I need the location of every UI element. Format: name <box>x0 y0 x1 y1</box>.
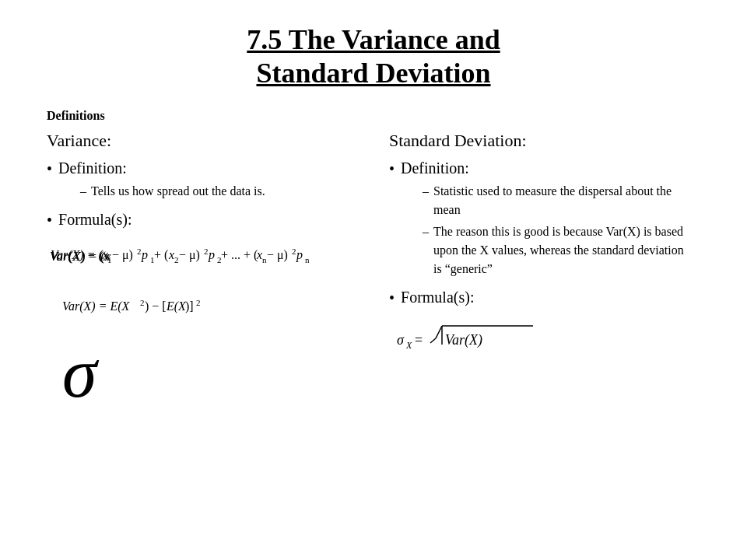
std-formula-bullet: • Formula(s): <box>389 286 685 309</box>
variance-definition-label: Definition: <box>58 159 127 177</box>
std-def-sub2: – The reason this is good is because Var… <box>423 222 685 278</box>
sigma-symbol-area: σ <box>47 338 374 408</box>
std-deviation-header: Standard Deviation: <box>389 131 685 151</box>
variance-def-sub1-text: Tells us how spread out the data is. <box>91 182 265 201</box>
title-line2: Standard Deviation <box>256 58 490 89</box>
svg-text:=: = <box>415 332 423 348</box>
svg-text:x: x <box>256 248 262 261</box>
variance-formula-bullet: • Formula(s): <box>47 208 374 231</box>
svg-text:)]: )] <box>185 299 194 313</box>
bullet-dot-1: • <box>47 158 52 180</box>
std-formula-svg: σ X = Var(X) <box>389 315 607 362</box>
svg-text:+ (: + ( <box>154 248 168 262</box>
sub-dash-1: – <box>80 182 86 201</box>
svg-text:− μ): − μ) <box>179 248 200 262</box>
variance-formula2-area: Var(X) = E(X 2 ) − [ E(X )] 2 <box>47 287 374 331</box>
std-definition-bullet: • Definition: – Statistic used to measur… <box>389 157 685 282</box>
svg-text:x: x <box>168 248 174 261</box>
variance-header: Variance: <box>47 131 374 151</box>
std-formula-label: Formula(s): <box>401 286 474 308</box>
svg-text:σ: σ <box>397 332 405 348</box>
svg-text:n: n <box>305 255 310 264</box>
std-def-sub2-text: The reason this is good is because Var(X… <box>433 222 685 278</box>
variance-formula2-svg: Var(X) = E(X 2 ) − [ E(X )] 2 <box>47 287 296 327</box>
svg-text:1: 1 <box>107 255 112 264</box>
title-line1: 7.5 The Variance and <box>247 24 500 55</box>
std-definition-subs: – Statistic used to measure the dispersa… <box>423 182 685 278</box>
bullet-dot-3: • <box>389 158 395 180</box>
variance-column: Variance: • Definition: – Tells us how s… <box>47 131 389 544</box>
variance-formula1-svg: Var(X) = (x Var(X) = (x Var(X) = (x 1 − … <box>47 237 374 278</box>
svg-text:Var(X) = (x: Var(X) = (x <box>51 248 108 262</box>
sub-dash-3: – <box>423 222 429 241</box>
sigma-symbol: σ <box>62 338 374 408</box>
svg-line-33 <box>430 338 436 343</box>
definitions-label: Definitions <box>47 109 700 123</box>
svg-text:) − [: ) − [ <box>145 299 167 313</box>
page-title: 7.5 The Variance and Standard Deviation <box>47 23 700 90</box>
svg-text:2: 2 <box>204 247 209 256</box>
std-formula-area: σ X = Var(X) <box>389 315 685 365</box>
sub-dash-2: – <box>423 182 429 201</box>
bullet-dot-2: • <box>47 209 52 231</box>
std-definition-label: Definition: <box>401 159 469 177</box>
svg-text:2: 2 <box>137 247 142 256</box>
svg-text:p: p <box>296 248 303 262</box>
std-def-sub1: – Statistic used to measure the dispersa… <box>423 182 685 219</box>
bullet-dot-4: • <box>389 287 395 309</box>
std-def-sub1-text: Statistic used to measure the dispersal … <box>433 182 685 219</box>
svg-text:2: 2 <box>196 298 201 307</box>
variance-formula-label: Formula(s): <box>58 208 132 230</box>
svg-text:2: 2 <box>292 247 296 256</box>
svg-text:X: X <box>405 340 412 351</box>
variance-def-sub1: – Tells us how spread out the data is. <box>80 182 265 201</box>
svg-text:2: 2 <box>140 298 145 307</box>
svg-text:p: p <box>208 248 215 262</box>
svg-text:− μ): − μ) <box>112 248 133 262</box>
std-deviation-column: Standard Deviation: • Definition: – Stat… <box>389 131 700 544</box>
svg-line-32 <box>436 326 442 338</box>
svg-text:E(X: E(X <box>166 299 187 313</box>
variance-definition-subs: – Tells us how spread out the data is. <box>80 182 265 201</box>
svg-text:p: p <box>141 248 148 262</box>
svg-text:Var(X): Var(X) <box>445 332 482 348</box>
variance-definition-bullet: • Definition: – Tells us how spread out … <box>47 157 374 204</box>
two-column-layout: Variance: • Definition: – Tells us how s… <box>47 131 700 544</box>
svg-text:− μ): − μ) <box>267 248 288 262</box>
svg-text:+ ... + (: + ... + ( <box>221 248 258 262</box>
svg-text:Var(X) = E(X: Var(X) = E(X <box>62 299 131 313</box>
svg-text:2: 2 <box>174 255 179 264</box>
variance-formula1-area: Var(X) = (x Var(X) = (x Var(X) = (x 1 − … <box>47 237 374 281</box>
page: 7.5 The Variance and Standard Deviation … <box>0 0 747 560</box>
